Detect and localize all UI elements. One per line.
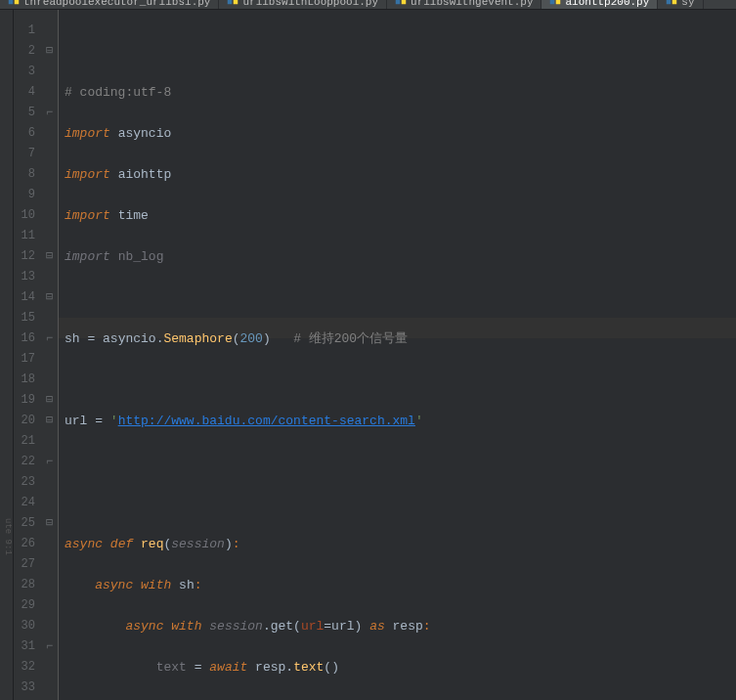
editor-tabs: threadpoolexecutor_urilbsl.py urilbswith… (0, 0, 736, 10)
python-icon (395, 0, 407, 8)
svg-rect-9 (672, 0, 677, 4)
svg-rect-5 (402, 0, 407, 4)
svg-rect-2 (228, 0, 233, 4)
line-number-gutter: 1234567891011121314151617181920212223242… (14, 10, 41, 700)
fold-icon[interactable]: ⊟ (41, 41, 58, 62)
fold-end-icon[interactable]: ⌐ (41, 452, 58, 472)
tab-label: threadpoolexecutor_urilbsl.py (23, 0, 210, 8)
tab-0[interactable]: threadpoolexecutor_urilbsl.py (0, 0, 219, 9)
fold-icon[interactable]: ⊟ (41, 411, 58, 431)
tab-label: urilbswithgevent.py (411, 0, 533, 8)
svg-rect-4 (396, 0, 401, 4)
svg-rect-3 (234, 0, 238, 4)
tab-4[interactable]: sy (658, 0, 703, 9)
svg-rect-0 (9, 0, 14, 4)
tab-3-active[interactable]: aiohttp200.py (541, 0, 658, 9)
tab-2[interactable]: urilbswithgevent.py (387, 0, 541, 9)
fold-column[interactable]: ⊟⌐ ⊟⊟⌐ ⊟⊟⌐ ⊟⌐ (41, 10, 59, 700)
tab-label: sy (681, 0, 694, 8)
fold-end-icon[interactable]: ⌐ (41, 328, 58, 349)
python-icon (666, 0, 677, 8)
python-icon (549, 0, 561, 8)
tab-label: aiohttp200.py (565, 0, 649, 8)
svg-rect-1 (15, 0, 20, 4)
editor-pane: ute 9:1 12345678910111213141516171819202… (0, 10, 736, 700)
svg-rect-8 (667, 0, 671, 4)
python-icon (227, 0, 238, 8)
svg-rect-7 (556, 0, 561, 4)
fold-icon[interactable]: ⊟ (41, 513, 58, 534)
code-area[interactable]: # coding:utf-8 import asyncio import aio… (59, 10, 736, 700)
tab-label: urilbswithLooppool.py (242, 0, 378, 8)
left-gutter-strip: ute 9:1 (0, 10, 14, 700)
svg-rect-6 (550, 0, 555, 4)
fold-icon[interactable]: ⊟ (41, 390, 58, 411)
python-icon (8, 0, 20, 8)
fold-icon[interactable]: ⊟ (41, 287, 58, 308)
fold-end-icon[interactable]: ⌐ (41, 103, 58, 123)
fold-icon[interactable]: ⊟ (41, 246, 58, 267)
tab-1[interactable]: urilbswithLooppool.py (219, 0, 387, 9)
fold-end-icon[interactable]: ⌐ (41, 636, 58, 657)
